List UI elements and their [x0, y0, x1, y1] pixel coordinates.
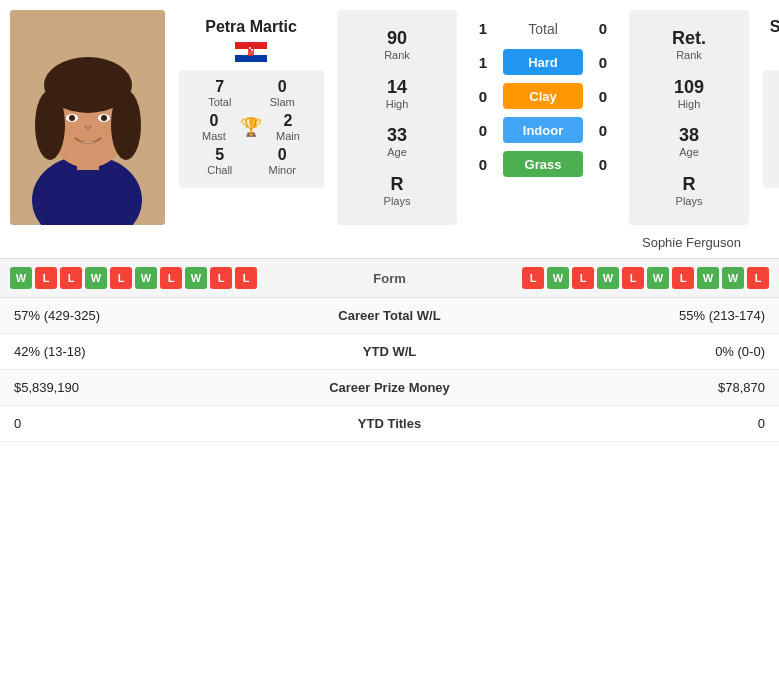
svg-point-9: [69, 115, 75, 121]
right-mast-value: 0: [773, 112, 779, 130]
h2h-indoor-right: 0: [583, 122, 623, 139]
h2h-grass-right: 0: [583, 156, 623, 173]
left-age-label: Age: [387, 146, 407, 158]
left-rank-value: 90: [384, 28, 410, 49]
right-rank-stat: Ret. Rank: [672, 22, 706, 67]
left-rank-label: Rank: [384, 49, 410, 61]
h2h-grass-label: Grass: [525, 157, 562, 172]
left-plays-stat: R Plays: [384, 168, 411, 213]
left-middle-panel: 90 Rank 14 High 33 Age R Plays: [337, 10, 457, 225]
right-high-value: 109: [674, 77, 704, 98]
left-main-cell: 2 Main: [263, 112, 313, 142]
left-total-label: Total: [195, 96, 245, 108]
left-minor-value: 0: [257, 146, 307, 164]
svg-rect-13: [235, 55, 267, 62]
stats-center-label: YTD W/L: [273, 334, 507, 370]
h2h-hard-row: 1 Hard 0: [463, 49, 623, 75]
h2h-indoor-row: 0 Indoor 0: [463, 117, 623, 143]
left-plays-value: R: [384, 174, 411, 195]
left-high-label: High: [386, 98, 409, 110]
left-trophy-icon: 🏆: [240, 116, 262, 138]
right-form-badge: L: [747, 267, 769, 289]
right-mast-cell: 0 Mast: [773, 112, 779, 142]
center-h2h-panel: 1 Total 0 1 Hard 0 0 Clay 0: [463, 10, 623, 225]
stats-left-val: $5,839,190: [0, 370, 273, 406]
stats-left-val: 57% (429-325): [0, 298, 273, 334]
h2h-total-left: 1: [463, 20, 503, 37]
right-form-badges: LWLWLWLWWL: [522, 267, 769, 289]
svg-rect-16: [251, 47, 253, 49]
svg-point-5: [35, 90, 65, 160]
left-mast-label: Mast: [189, 130, 239, 142]
stats-left-val: 0: [0, 406, 273, 442]
right-player-name-below: Sophie Ferguson: [614, 235, 769, 250]
left-age-value: 33: [387, 125, 407, 146]
right-form-badge: L: [522, 267, 544, 289]
left-form-badge: W: [135, 267, 157, 289]
stats-right-val: $78,870: [506, 370, 779, 406]
left-high-stat: 14 High: [386, 71, 409, 116]
left-player-photo: [10, 10, 165, 225]
right-form-badge: W: [547, 267, 569, 289]
h2h-clay-label: Clay: [529, 89, 556, 104]
career-stats-table: 57% (429-325) Career Total W/L 55% (213-…: [0, 298, 779, 442]
left-player-flag: [235, 42, 267, 62]
left-high-value: 14: [386, 77, 409, 98]
right-rank-label: Rank: [672, 49, 706, 61]
left-form-badge: L: [35, 267, 57, 289]
right-mast-label: Mast: [773, 130, 779, 142]
stats-center-label: YTD Titles: [273, 406, 507, 442]
h2h-hard-label: Hard: [528, 55, 558, 70]
right-age-value: 38: [679, 125, 699, 146]
stats-right-val: 0: [506, 406, 779, 442]
svg-point-10: [101, 115, 107, 121]
left-plays-label: Plays: [384, 195, 411, 207]
left-form-badges: WLLWLWLWLL: [10, 267, 257, 289]
svg-rect-15: [249, 47, 251, 49]
form-label: Form: [257, 271, 522, 286]
stats-row: 57% (429-325) Career Total W/L 55% (213-…: [0, 298, 779, 334]
stats-row: $5,839,190 Career Prize Money $78,870: [0, 370, 779, 406]
right-form-badge: W: [722, 267, 744, 289]
right-plays-label: Plays: [676, 195, 703, 207]
right-form-badge: W: [697, 267, 719, 289]
right-form-badge: W: [647, 267, 669, 289]
right-age-stat: 38 Age: [679, 119, 699, 164]
left-chall-value: 5: [195, 146, 245, 164]
left-form-badge: W: [85, 267, 107, 289]
svg-rect-18: [251, 49, 253, 51]
stats-row: 42% (13-18) YTD W/L 0% (0-0): [0, 334, 779, 370]
h2h-indoor-btn: Indoor: [503, 117, 583, 143]
h2h-total-row: 1 Total 0: [463, 20, 623, 37]
left-chall-cell: 5 Chall: [195, 146, 245, 176]
right-stats-box: 3 Total 0 Slam 0 Mast 🏆: [763, 70, 780, 188]
h2h-total-label: Total: [503, 21, 583, 37]
left-stats-box: 7 Total 0 Slam 0 Mast 🏆: [179, 70, 324, 188]
right-middle-panel: Ret. Rank 109 High 38 Age R Plays: [629, 10, 749, 225]
h2h-indoor-left: 0: [463, 122, 503, 139]
stats-right-val: 55% (213-174): [506, 298, 779, 334]
left-age-stat: 33 Age: [387, 119, 407, 164]
h2h-hard-btn: Hard: [503, 49, 583, 75]
h2h-grass-btn: Grass: [503, 151, 583, 177]
left-minor-cell: 0 Minor: [257, 146, 307, 176]
left-form-badge: L: [210, 267, 232, 289]
left-main-value: 2: [263, 112, 313, 130]
right-player-stats: Sophie Ferguson ✦ ✦: [755, 10, 779, 225]
stats-right-val: 0% (0-0): [506, 334, 779, 370]
svg-point-6: [111, 90, 141, 160]
main-container: Petra Martic: [0, 0, 779, 442]
right-form-badge: L: [572, 267, 594, 289]
left-main-label: Main: [263, 130, 313, 142]
right-high-stat: 109 High: [674, 71, 704, 116]
right-player-name: Sophie Ferguson: [770, 18, 779, 36]
svg-rect-17: [249, 49, 251, 51]
left-form-badge: L: [110, 267, 132, 289]
stats-left-val: 42% (13-18): [0, 334, 273, 370]
h2h-grass-row: 0 Grass 0: [463, 151, 623, 177]
left-slam-cell: 0 Slam: [257, 78, 307, 108]
h2h-hard-left: 1: [463, 54, 503, 71]
left-minor-label: Minor: [257, 164, 307, 176]
left-form-badge: L: [160, 267, 182, 289]
left-chall-label: Chall: [195, 164, 245, 176]
